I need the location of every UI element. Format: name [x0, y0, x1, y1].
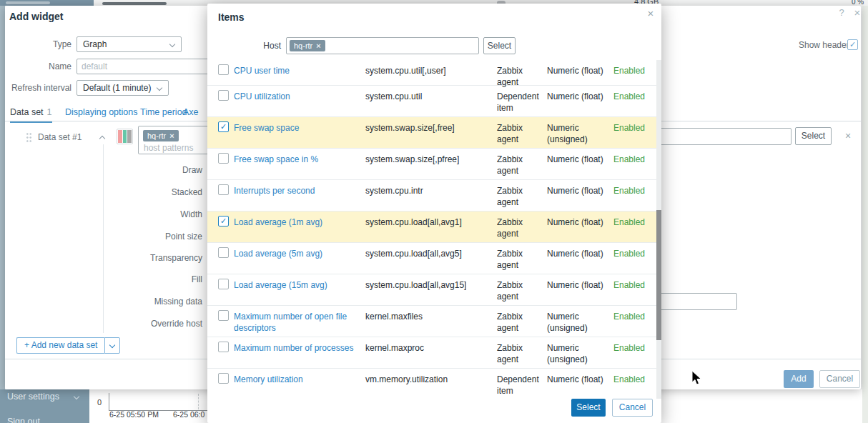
close-icon[interactable]: × — [645, 8, 656, 19]
sidebar: User settings Sign out — [0, 389, 89, 423]
item-name-link[interactable]: Interrupts per second — [234, 185, 354, 196]
item-row: Free swap space in %system.swap.size[,pf… — [207, 149, 656, 180]
scrollbar-track[interactable] — [656, 60, 661, 399]
item-checkbox[interactable] — [218, 373, 229, 384]
screen: 4.8 GB 0 % User settings Sign out 0 6-25… — [0, 0, 868, 423]
tab-time-period[interactable]: Time period — [140, 107, 187, 117]
item-name-link[interactable]: Free swap space in % — [234, 154, 354, 165]
host-select-button[interactable]: Select — [483, 37, 516, 54]
tab-data-set[interactable]: Data set1 — [10, 107, 52, 123]
item-checkbox[interactable] — [218, 279, 229, 289]
item-status-badge: Enabled — [595, 91, 645, 102]
sidebar-item-user-settings[interactable]: User settings — [7, 392, 59, 402]
host-multiselect[interactable]: hq-rtr× — [286, 37, 479, 54]
item-key: kernel.maxfiles — [365, 311, 494, 322]
item-status-badge: Enabled — [595, 185, 645, 196]
dataset-field-label-width: Width — [95, 209, 202, 219]
item-name-link[interactable]: Memory utilization — [234, 374, 354, 385]
background-value-percent: 0 % — [852, 0, 864, 6]
item-key: system.cpu.load[all,avg5] — [365, 248, 494, 259]
item-checkbox[interactable] — [218, 342, 229, 352]
modal-cancel-button[interactable]: Cancel — [612, 399, 653, 417]
refresh-interval-select[interactable]: Default (1 minute) — [77, 80, 169, 96]
refresh-interval-label: Refresh interval — [5, 83, 71, 93]
type-select[interactable]: Graph — [77, 36, 182, 52]
items-modal: Items × Host hq-rtr× Select CPU user tim… — [207, 4, 661, 423]
tab-displaying-options[interactable]: Displaying options — [65, 107, 137, 117]
item-name-link[interactable]: Load average (15m avg) — [234, 279, 354, 291]
dataset-color-swatch[interactable] — [117, 129, 133, 144]
item-type: Zabbix agent — [497, 154, 540, 176]
type-label: Type — [5, 39, 71, 49]
item-checkbox[interactable]: ✓ — [218, 216, 229, 227]
item-checkbox[interactable] — [218, 247, 229, 258]
dataset-field-label-override-host: Override host — [95, 319, 202, 329]
item-name-link[interactable]: CPU user time — [234, 65, 354, 76]
chevron-down-icon — [169, 41, 175, 47]
add-new-data-set-button[interactable]: + Add new data set — [16, 337, 120, 354]
remove-icon[interactable]: × — [845, 130, 851, 141]
item-type: Zabbix agent — [497, 342, 540, 365]
item-checkbox[interactable] — [218, 90, 229, 101]
item-patterns-input[interactable] — [656, 128, 791, 145]
dataset-field-label-transparency: Transparency — [95, 253, 202, 263]
dataset-field-label-stacked: Stacked — [95, 187, 202, 197]
item-key: system.swap.size[,free] — [365, 122, 494, 134]
override-host-input[interactable] — [656, 293, 737, 310]
tab-count: 1 — [47, 107, 52, 117]
item-name-link[interactable]: Maximum number of open file descriptors — [234, 311, 354, 334]
item-key: system.cpu.util — [365, 91, 494, 102]
tab-axe[interactable]: Axe — [183, 107, 199, 117]
item-checkbox[interactable] — [218, 153, 229, 164]
item-type: Zabbix agent — [497, 279, 540, 302]
show-header-checkbox[interactable]: ✓ — [847, 39, 858, 50]
item-status-badge: Enabled — [595, 342, 645, 354]
item-type: Dependent item — [497, 91, 540, 114]
add-button[interactable]: Add — [784, 370, 814, 388]
refresh-interval-value: Default (1 minute) — [83, 83, 151, 93]
close-icon[interactable]: × — [852, 7, 863, 19]
item-key: system.cpu.intr — [365, 185, 494, 196]
sidebar-item-sign-out[interactable]: Sign out — [7, 417, 40, 423]
help-icon[interactable]: ? — [836, 7, 847, 19]
item-name-link[interactable]: CPU utilization — [234, 91, 354, 102]
modal-select-button[interactable]: Select — [571, 399, 606, 417]
dataset-header: Data set #1 — [38, 132, 82, 142]
item-patterns-select-button[interactable]: Select — [795, 127, 832, 145]
item-row: Interrupts per secondsystem.cpu.intrZabb… — [207, 180, 656, 211]
tab-label: Time period — [140, 107, 187, 117]
item-name-link[interactable]: Free swap space — [234, 122, 354, 134]
item-status-badge: Enabled — [595, 154, 645, 165]
item-checkbox[interactable]: ✓ — [218, 121, 229, 132]
item-status-badge: Enabled — [595, 279, 645, 291]
item-status-badge: Enabled — [595, 248, 645, 259]
item-type: Dependent item — [497, 374, 540, 397]
item-name-link[interactable]: Load average (5m avg) — [234, 248, 354, 259]
scrollbar-thumb[interactable] — [656, 210, 661, 340]
item-name-link[interactable]: Maximum number of processes — [234, 342, 354, 354]
check-icon: ✓ — [849, 40, 856, 49]
chevron-up-icon[interactable] — [99, 136, 105, 141]
show-header-label: Show header — [799, 40, 849, 50]
chevron-down-icon — [74, 394, 79, 399]
item-row: Memory utilizationvm.memory.utilizationD… — [207, 369, 656, 399]
item-checkbox[interactable] — [218, 310, 229, 321]
background-right-strip — [862, 6, 868, 423]
tag-remove-icon[interactable]: × — [316, 41, 320, 50]
dataset-field-label-draw: Draw — [95, 165, 202, 175]
item-name-link[interactable]: Load average (1m avg) — [234, 217, 354, 228]
background-left-strip — [0, 6, 5, 389]
item-row: ✓Load average (1m avg)system.cpu.load[al… — [207, 211, 656, 243]
cancel-button[interactable]: Cancel — [819, 370, 860, 388]
drag-handle-icon[interactable] — [26, 132, 32, 142]
background-text-blur — [6, 1, 50, 4]
item-row: ✓Free swap spacesystem.swap.size[,free]Z… — [207, 117, 656, 149]
background-text-blur — [102, 2, 167, 5]
item-row: CPU utilizationsystem.cpu.utilDependent … — [207, 86, 656, 117]
tag-remove-icon[interactable]: × — [169, 131, 174, 140]
item-checkbox[interactable] — [218, 184, 229, 195]
tab-label: Axe — [183, 107, 199, 117]
item-type: Zabbix agent — [497, 217, 540, 239]
add-data-set-dropdown[interactable] — [104, 337, 120, 354]
item-checkbox[interactable] — [218, 64, 229, 75]
